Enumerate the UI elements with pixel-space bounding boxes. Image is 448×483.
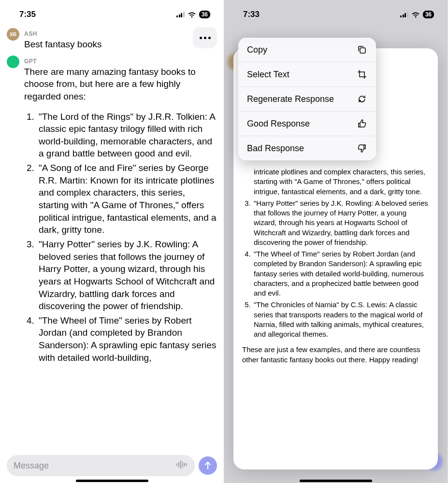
card-content: intricate plotlines and complex characte… (233, 164, 438, 373)
signal-icon (176, 12, 185, 17)
phone-right: 7:33 36 oks to nly ogy nd intricate plot… (224, 0, 448, 483)
svg-rect-6 (360, 48, 365, 53)
user-message: Best fantasy books (24, 38, 217, 51)
status-right: 36 (176, 11, 210, 18)
home-indicator (300, 480, 372, 482)
list-item: "Harry Potter" series by J.K. Rowling: A… (37, 238, 217, 313)
input-bar: Message (7, 455, 217, 476)
card-book-list: "Harry Potter" series by J.K. Rowling: A… (242, 199, 429, 340)
user-avatar: XR (7, 28, 19, 41)
list-item: "The Chronicles of Narnia" by C.S. Lewis… (253, 300, 429, 339)
menu-label: Regenerate Response (247, 94, 334, 104)
input-placeholder: Message (14, 461, 49, 471)
wifi-icon (188, 12, 196, 18)
gpt-message: There are many amazing fantasy books to … (24, 66, 217, 364)
list-item: "The Wheel of Time" series by Robert Jor… (253, 249, 429, 298)
user-name: ASH (24, 30, 217, 37)
wifi-icon (411, 12, 420, 18)
card-outro: These are just a few examples, and there… (242, 345, 429, 365)
status-bar: 7:33 36 (224, 0, 448, 24)
menu-good-response[interactable]: Good Response (238, 112, 376, 136)
home-indicator (76, 480, 148, 482)
fade-overlay (0, 428, 224, 457)
gpt-avatar (7, 56, 19, 68)
gpt-name: GPT (24, 58, 217, 65)
menu-label: Select Text (247, 70, 289, 80)
battery-badge: 36 (199, 11, 210, 18)
card-continuation: intricate plotlines and complex characte… (242, 167, 429, 197)
user-message-row: XR ASH Best fantasy books (7, 28, 217, 51)
message-input[interactable]: Message (7, 455, 195, 476)
refresh-icon (357, 94, 367, 104)
status-bar: 7:35 36 (0, 0, 224, 24)
copy-icon (357, 44, 367, 55)
gpt-message-row: GPT There are many amazing fantasy books… (7, 56, 217, 366)
list-item: "The Lord of the Rings" by J.R.R. Tolkie… (37, 111, 217, 160)
list-item: "The Wheel of Time" series by Robert Jor… (37, 314, 217, 364)
signal-icon (400, 12, 408, 17)
book-list: "The Lord of the Rings" by J.R.R. Tolkie… (24, 111, 217, 364)
battery-badge: 36 (423, 11, 434, 18)
status-time: 7:33 (243, 10, 260, 19)
menu-select-text[interactable]: Select Text (238, 62, 376, 87)
menu-bad-response[interactable]: Bad Response (238, 136, 376, 160)
menu-label: Copy (247, 45, 267, 55)
context-menu: Copy Select Text Regenerate Response Goo… (238, 38, 376, 160)
audio-wave-icon[interactable] (175, 460, 188, 471)
menu-regenerate[interactable]: Regenerate Response (238, 87, 376, 112)
list-item: "A Song of Ice and Fire" series by Georg… (37, 162, 217, 236)
menu-copy[interactable]: Copy (238, 38, 376, 62)
menu-label: Bad Response (247, 143, 304, 154)
crop-icon (357, 69, 367, 80)
send-button[interactable] (199, 456, 217, 475)
chat-area: XR ASH Best fantasy books GPT There are … (0, 24, 224, 483)
status-right: 36 (400, 11, 434, 18)
phone-left: 7:35 36 XR ASH Best fantasy books GPT Th… (0, 0, 224, 483)
list-item: "Harry Potter" series by J.K. Rowling: A… (253, 199, 429, 247)
thumbs-down-icon (357, 143, 367, 154)
status-time: 7:35 (19, 10, 36, 19)
gpt-intro: There are many amazing fantasy books to … (24, 66, 217, 103)
thumbs-up-icon (357, 118, 367, 129)
more-button[interactable] (193, 27, 217, 48)
menu-label: Good Response (247, 119, 310, 129)
